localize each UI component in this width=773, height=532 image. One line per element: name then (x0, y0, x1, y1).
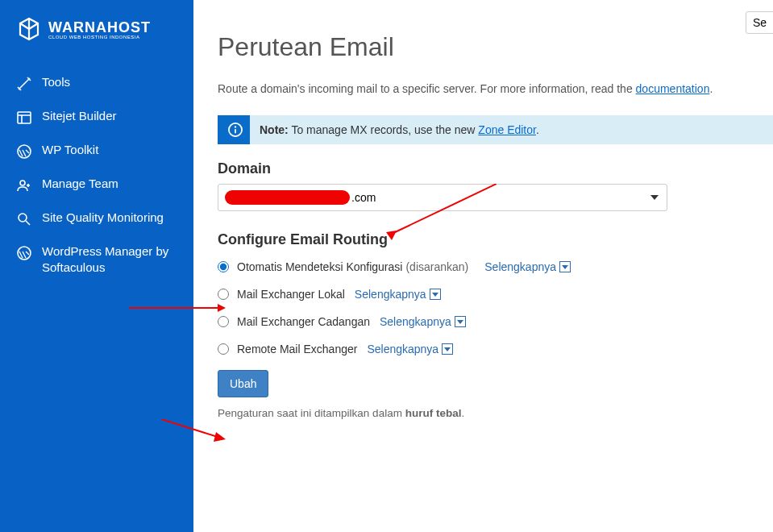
radio-backup[interactable] (218, 316, 229, 327)
documentation-link[interactable]: documentation (636, 82, 710, 95)
radio-label: Otomatis Mendeteksi Konfigurasi (237, 260, 402, 273)
domain-suffix: .com (351, 191, 376, 204)
radio-row-remote: Remote Mail Exchanger Selengkapnya (218, 343, 773, 355)
radio-row-local: Mail Exchanger Lokal Selengkapnya (218, 288, 773, 301)
svg-point-6 (235, 126, 236, 127)
sidebar-item-quality[interactable]: Site Quality Monitoring (0, 202, 193, 235)
sitejet-icon (16, 110, 32, 126)
team-icon (16, 177, 32, 193)
sidebar-item-wptoolkit[interactable]: WP Toolkit (0, 134, 193, 168)
submit-button[interactable]: Ubah (218, 370, 268, 397)
domain-redacted (225, 190, 350, 205)
sidebar-item-manageteam[interactable]: Manage Team (0, 168, 193, 202)
page-title: Perutean Email (218, 32, 773, 62)
sidebar-item-label: WordPress Manager by Softaculous (42, 243, 177, 275)
radio-label: Remote Mail Exchanger (237, 343, 357, 355)
brand-tagline: CLOUD WEB HOSTING INDONESIA (48, 35, 151, 39)
svg-rect-0 (18, 112, 31, 123)
sidebar-item-sitejet[interactable]: Sitejet Builder (0, 100, 193, 134)
sidebar-item-label: WP Toolkit (42, 142, 98, 158)
sidebar-item-label: Manage Team (42, 176, 118, 192)
wordpress-icon (16, 245, 32, 261)
chevron-down-icon (442, 343, 453, 355)
notice-body: To manage MX records, use the new (289, 123, 479, 136)
description-text: Route a domain's incoming mail to a spec… (218, 82, 636, 95)
more-link[interactable]: Selengkapnya (355, 288, 441, 301)
more-link[interactable]: Selengkapnya (484, 260, 571, 273)
radio-remote[interactable] (218, 343, 229, 355)
svg-point-3 (19, 214, 27, 222)
chevron-down-icon (430, 289, 441, 300)
radio-auto[interactable] (218, 261, 229, 272)
domain-label: Domain (218, 160, 773, 177)
radio-label: Mail Exchanger Cadangan (237, 315, 370, 328)
domain-select[interactable]: .com (218, 184, 667, 211)
chevron-down-icon (455, 316, 466, 327)
zone-editor-link[interactable]: Zone Editor (478, 123, 536, 136)
current-settings-note: Pengaturan saat ini ditampilkan dalam hu… (218, 407, 773, 419)
description-post: . (709, 82, 713, 95)
more-link[interactable]: Selengkapnya (380, 315, 466, 328)
config-title: Configure Email Routing (218, 231, 773, 248)
sidebar-item-wpmanager[interactable]: WordPress Manager by Softaculous (0, 235, 193, 283)
more-link[interactable]: Selengkapnya (367, 343, 453, 355)
logo: WARNAHOST CLOUD WEB HOSTING INDONESIA (0, 16, 193, 66)
chevron-down-icon (559, 261, 571, 272)
tools-icon (16, 76, 32, 92)
note-pre: Pengaturan saat ini ditampilkan dalam (218, 407, 405, 419)
notice-post: . (536, 123, 539, 136)
page-description: Route a domain's incoming mail to a spec… (218, 82, 773, 95)
sidebar-item-label: Tools (42, 74, 70, 90)
radio-row-backup: Mail Exchanger Cadangan Selengkapnya (218, 315, 773, 328)
magnifier-icon (16, 211, 32, 227)
note-bold: huruf tebal (405, 407, 462, 419)
info-icon (221, 115, 250, 144)
svg-rect-7 (235, 129, 236, 133)
svg-point-2 (20, 181, 25, 185)
radio-hint: (disarankan) (405, 260, 468, 273)
sidebar-item-label: Site Quality Monitoring (42, 210, 164, 226)
main-content: Perutean Email Route a domain's incoming… (193, 0, 773, 532)
sidebar-item-label: Sitejet Builder (42, 108, 117, 124)
notice-text: Note: To manage MX records, use the new … (260, 117, 539, 143)
sidebar: WARNAHOST CLOUD WEB HOSTING INDONESIA To… (0, 0, 193, 532)
notice-banner: Note: To manage MX records, use the new … (218, 115, 773, 144)
radio-row-auto: Otomatis Mendeteksi Konfigurasi (disaran… (218, 260, 773, 273)
wordpress-icon (16, 143, 32, 160)
brand-name: WARNAHOST (48, 19, 151, 35)
search-input[interactable] (746, 11, 773, 34)
notice-label: Note: (260, 123, 289, 136)
radio-label: Mail Exchanger Lokal (237, 288, 345, 301)
note-post: . (461, 407, 464, 419)
logo-icon (16, 16, 42, 42)
sidebar-item-tools[interactable]: Tools (0, 66, 193, 100)
radio-local[interactable] (218, 289, 229, 300)
